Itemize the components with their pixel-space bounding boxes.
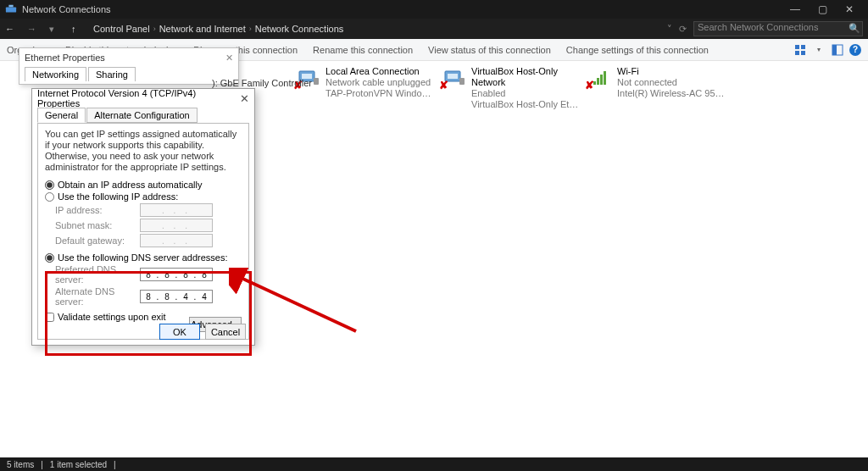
connection-item[interactable]: ✘ Local Area Connection Network cable un… <box>297 66 432 110</box>
breadcrumb-item[interactable]: Network and Internet <box>159 24 246 34</box>
close-button[interactable]: ✕ <box>836 0 863 19</box>
back-button[interactable]: ← <box>5 24 20 34</box>
svg-rect-16 <box>600 75 603 85</box>
view-status-button[interactable]: View status of this connection <box>428 45 551 55</box>
preview-pane-icon[interactable] <box>831 43 844 57</box>
recent-dropdown[interactable]: ▾ <box>49 24 64 35</box>
nav-bar: ← → ▾ ↑ Control Panel › Network and Inte… <box>0 19 868 39</box>
radio-dns-manual[interactable] <box>45 253 54 263</box>
refresh-button[interactable]: ⟳ <box>679 24 687 35</box>
dialog-title: Internet Protocol Version 4 (TCP/IPv4) P… <box>37 88 240 108</box>
svg-rect-10 <box>314 78 319 85</box>
search-input[interactable]: Search Network Connections 🔍 <box>693 21 863 36</box>
rename-button[interactable]: Rename this connection <box>313 45 413 55</box>
gateway-field: . . . <box>140 234 213 247</box>
svg-rect-12 <box>448 74 458 79</box>
status-bar: 5 items | 1 item selected | <box>0 457 868 471</box>
radio-ip-manual[interactable] <box>45 192 54 202</box>
window-title: Network Connections <box>22 4 782 14</box>
connection-item[interactable]: ✘ VirtualBox Host-Only Network Enabled V… <box>442 66 578 110</box>
status-items: 5 items <box>7 460 34 469</box>
forward-button[interactable]: → <box>27 24 42 34</box>
svg-rect-15 <box>597 78 599 85</box>
close-icon[interactable]: ✕ <box>225 53 233 64</box>
disconnected-icon: ✘ <box>585 79 594 91</box>
svg-rect-3 <box>801 45 805 49</box>
disconnected-icon: ✘ <box>439 79 448 91</box>
svg-rect-0 <box>6 7 16 12</box>
svg-rect-1 <box>8 5 13 8</box>
app-icon <box>5 3 17 15</box>
minimize-button[interactable]: — <box>782 0 809 19</box>
ip-address-field: . . . <box>140 203 213 217</box>
breadcrumb[interactable]: Control Panel › Network and Internet › N… <box>93 24 660 34</box>
view-icon[interactable] <box>793 43 807 57</box>
preferred-dns-field[interactable]: 8.8.8.8 <box>140 268 213 281</box>
ethernet-properties-dialog: Ethernet Properties ✕ Networking Sharing <box>19 47 239 85</box>
svg-rect-13 <box>459 78 465 85</box>
breadcrumb-item[interactable]: Network Connections <box>255 24 344 34</box>
breadcrumb-item[interactable]: Control Panel <box>93 24 150 34</box>
ok-button[interactable]: OK <box>159 324 200 340</box>
svg-rect-4 <box>795 51 799 55</box>
dialog-title: Ethernet Properties <box>25 53 105 63</box>
close-icon[interactable]: ✕ <box>240 92 249 105</box>
status-selected: 1 item selected <box>50 460 107 469</box>
cancel-button[interactable]: Cancel <box>205 324 246 340</box>
validate-checkbox[interactable] <box>45 313 54 322</box>
maximize-button[interactable]: ▢ <box>809 0 836 19</box>
view-dropdown[interactable]: ▾ <box>812 43 826 57</box>
alternate-dns-field[interactable]: 8.8.4.4 <box>140 290 213 303</box>
tab-general[interactable]: General <box>37 108 86 123</box>
svg-rect-17 <box>604 71 606 85</box>
tab-alternate[interactable]: Alternate Configuration <box>86 108 198 123</box>
svg-rect-2 <box>795 45 799 49</box>
tab-networking[interactable]: Networking <box>25 67 86 81</box>
adapter-name-fragment: ): GbE Family Controller <box>212 78 312 88</box>
breadcrumb-dropdown[interactable]: ˅ <box>667 24 672 35</box>
radio-ip-auto[interactable] <box>45 180 54 190</box>
svg-rect-7 <box>832 45 837 55</box>
window-titlebar: Network Connections — ▢ ✕ <box>0 0 868 19</box>
change-settings-button[interactable]: Change settings of this connection <box>566 45 709 55</box>
up-button[interactable]: ↑ <box>71 24 86 34</box>
tab-sharing[interactable]: Sharing <box>88 67 136 81</box>
wifi-icon: ✘ <box>588 66 612 90</box>
connection-item[interactable]: ✘ Wi-Fi Not connected Intel(R) Wireless-… <box>588 66 724 110</box>
dialog-description: You can get IP settings assigned automat… <box>45 129 242 173</box>
ipv4-properties-dialog: Internet Protocol Version 4 (TCP/IPv4) P… <box>31 88 255 346</box>
svg-rect-5 <box>801 51 805 55</box>
search-icon: 🔍 <box>849 23 860 34</box>
help-icon[interactable]: ? <box>849 44 861 56</box>
subnet-mask-field: . . . <box>140 219 213 232</box>
lan-icon: ✘ <box>442 66 466 90</box>
